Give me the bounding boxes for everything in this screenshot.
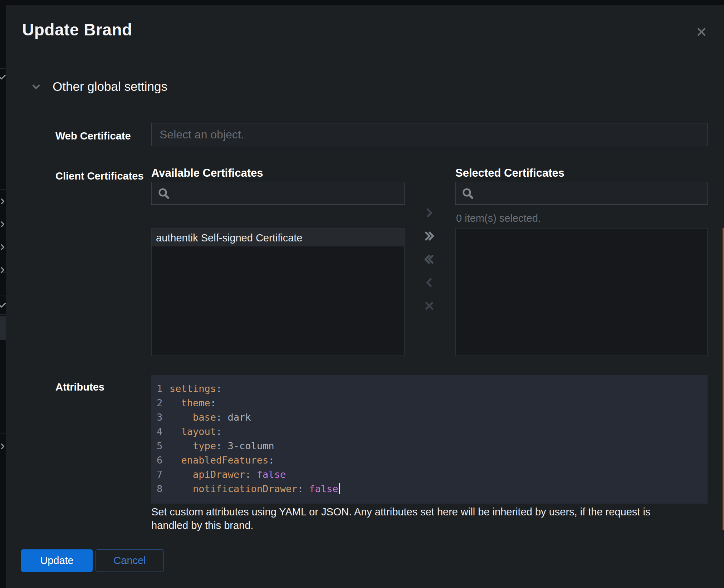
code-line: 1settings: bbox=[157, 382, 708, 396]
selected-search-box bbox=[455, 182, 708, 205]
attributes-code-editor[interactable]: 1settings:2 theme:3 base: dark4 layout:5… bbox=[151, 375, 708, 504]
transfer-controls bbox=[421, 205, 437, 314]
search-icon bbox=[157, 187, 170, 200]
background-row-divider bbox=[0, 433, 6, 433]
cancel-button[interactable]: Cancel bbox=[96, 549, 164, 572]
code-line: 7 apiDrawer: false bbox=[157, 467, 708, 482]
line-number: 7 bbox=[157, 467, 163, 482]
check-icon bbox=[0, 301, 6, 309]
section-toggle-other-global-settings[interactable]: Other global settings bbox=[31, 79, 167, 94]
search-icon bbox=[461, 187, 474, 200]
available-list[interactable]: authentik Self-signed Certificate bbox=[151, 228, 405, 356]
client-certificates-label: Client Certificates bbox=[55, 170, 144, 182]
add-selected-button[interactable] bbox=[421, 205, 437, 221]
line-number: 3 bbox=[157, 410, 163, 425]
line-number: 2 bbox=[157, 396, 163, 410]
selected-search-input[interactable] bbox=[479, 187, 701, 200]
update-brand-modal: Update Brand Other global settings Web C… bbox=[6, 5, 724, 588]
remove-selected-button[interactable] bbox=[421, 275, 437, 291]
background-left-rail bbox=[0, 0, 6, 588]
chevron-right-icon bbox=[0, 442, 6, 450]
chevron-down-icon bbox=[31, 82, 41, 92]
attributes-label: Attributes bbox=[55, 381, 104, 393]
code-line: 8 notificationDrawer: false bbox=[157, 482, 708, 496]
chevron-right-icon bbox=[0, 266, 6, 274]
code-line: 2 theme: bbox=[157, 396, 708, 410]
chevron-right-icon bbox=[0, 197, 6, 205]
angle-left-icon bbox=[423, 276, 435, 290]
line-number: 8 bbox=[157, 482, 163, 496]
code-line: 6 enabledFeatures: bbox=[157, 453, 708, 467]
available-search-box bbox=[151, 182, 405, 205]
angle-double-left-icon bbox=[423, 253, 435, 266]
text-cursor bbox=[339, 483, 340, 494]
background-row-divider bbox=[0, 189, 6, 190]
line-number: 5 bbox=[157, 439, 163, 453]
web-certificate-label: Web Certificate bbox=[55, 130, 131, 142]
line-number: 1 bbox=[157, 382, 163, 396]
add-all-button[interactable] bbox=[421, 229, 437, 244]
angle-double-right-icon bbox=[423, 230, 435, 243]
available-certificates-heading: Available Certificates bbox=[151, 167, 263, 180]
selected-count-status: 0 item(s) selected. bbox=[456, 212, 541, 224]
danger-edge-line bbox=[723, 228, 724, 530]
times-icon bbox=[423, 300, 435, 313]
remove-all-button[interactable] bbox=[421, 252, 437, 268]
selected-list[interactable] bbox=[455, 228, 708, 356]
section-toggle-label: Other global settings bbox=[53, 79, 167, 94]
background-row-divider bbox=[0, 295, 6, 295]
background-row-divider bbox=[0, 314, 6, 315]
line-number: 4 bbox=[157, 425, 163, 439]
available-search-input[interactable] bbox=[175, 187, 398, 200]
angle-right-icon bbox=[423, 207, 435, 220]
background-row-divider bbox=[0, 68, 6, 69]
web-certificate-select[interactable] bbox=[151, 123, 708, 146]
close-button[interactable] bbox=[692, 23, 711, 41]
clear-selection-button[interactable] bbox=[421, 298, 437, 314]
modal-title: Update Brand bbox=[22, 20, 132, 39]
update-button[interactable]: Update bbox=[21, 549, 93, 572]
background-selected-row bbox=[0, 316, 6, 340]
close-icon bbox=[696, 33, 707, 38]
chevron-right-icon bbox=[0, 220, 6, 228]
line-number: 6 bbox=[157, 453, 163, 467]
check-icon bbox=[0, 73, 6, 81]
code-line: 3 base: dark bbox=[157, 410, 708, 425]
attributes-help-text: Set custom attributes using YAML or JSON… bbox=[151, 505, 688, 532]
list-item[interactable]: authentik Self-signed Certificate bbox=[152, 229, 404, 247]
chevron-right-icon bbox=[0, 243, 6, 251]
screen: Update Brand Other global settings Web C… bbox=[0, 0, 724, 588]
code-line: 4 layout: bbox=[157, 425, 708, 439]
code-line: 5 type: 3-column bbox=[157, 439, 708, 453]
background-top-strip bbox=[0, 0, 724, 5]
selected-certificates-heading: Selected Certificates bbox=[455, 167, 564, 180]
